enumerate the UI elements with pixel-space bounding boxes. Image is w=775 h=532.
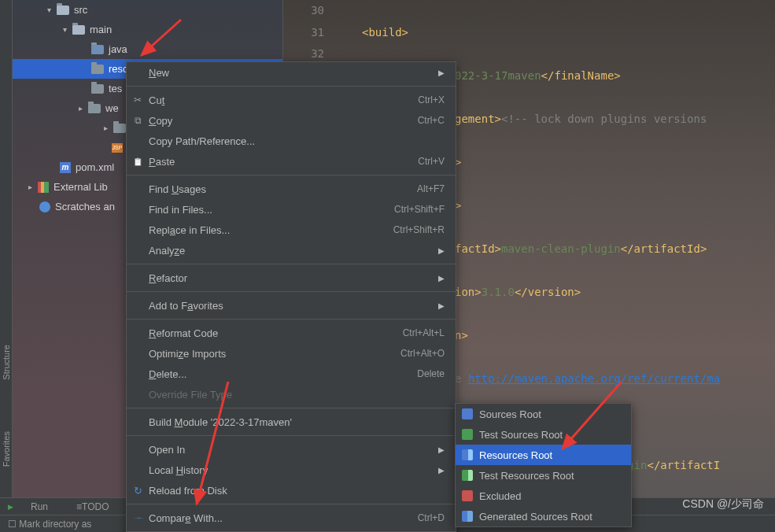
menu-replace-in-files[interactable]: Replace in Files...Ctrl+Shift+R [127,220,456,240]
folder-icon [57,6,69,15]
menu-refactor[interactable]: Refactor▶ [127,268,456,288]
tree-label: java [109,43,127,55]
chevron-right-icon: ▶ [438,445,445,454]
tree-label: main [90,24,112,35]
submenu-resources-root[interactable]: Resources Root [456,445,631,465]
play-icon [8,503,17,511]
tool-window-bar: Structure Favorites [0,0,13,532]
menu-find-usages[interactable]: Find UsagesAlt+F7 [127,179,456,199]
menu-build-module[interactable]: Build Module '2022-3-17maven' [127,412,456,432]
resources-root-icon [462,449,473,460]
tree-label: src [74,4,87,16]
chevron-right-icon: ▶ [438,68,445,77]
reload-icon [131,484,144,497]
chevron-right-icon: ▸ [79,104,88,113]
compare-icon [131,512,144,524]
folder-icon [72,25,85,35]
chevron-right-icon: ▶ [438,246,445,255]
chevron-right-icon: ▶ [438,466,445,475]
folder-icon [88,104,101,113]
folder-icon [91,65,104,74]
chevron-right-icon: ▸ [28,183,38,191]
submenu-sources-root[interactable]: Sources Root [456,404,631,424]
tree-node-java[interactable]: java [13,39,282,59]
excluded-icon [462,490,473,501]
menu-paste[interactable]: PasteCtrl+V [127,151,456,172]
scratches-icon [39,201,50,212]
favorites-tab[interactable]: Favorites [0,425,13,473]
submenu-test-resources-root[interactable]: Test Resources Root [456,465,631,486]
menu-reformat[interactable]: Reformat CodeCtrl+Alt+L [127,323,456,343]
tree-label: we [105,102,119,114]
test-resources-root-icon [462,470,473,481]
menu-open-in[interactable]: Open In▶ [127,439,456,460]
run-tool-window-button[interactable]: Run [8,501,62,512]
menu-find-in-files[interactable]: Find in Files...Ctrl+Shift+F [127,199,456,220]
copy-icon [131,114,144,127]
chevron-down-icon: ▾ [63,25,72,34]
menu-copy-path[interactable]: Copy Path/Reference... [127,131,456,151]
menu-copy[interactable]: CopyCtrl+C [127,110,456,131]
menu-override-file-type: Override File Type [127,384,456,405]
tree-label: tes [109,83,122,94]
menu-local-history[interactable]: Local History▶ [127,460,456,480]
menu-cut[interactable]: CutCtrl+X [127,90,456,110]
menu-delete[interactable]: Delete...Delete [127,364,456,384]
tree-node-main[interactable]: ▾ main [13,20,282,39]
folder-icon [113,124,126,133]
chevron-right-icon: ▶ [438,274,445,283]
menu-reload-from-disk[interactable]: Reload from Disk [127,480,456,501]
sources-root-icon [462,408,473,419]
mark-directory-submenu: Sources Root Test Sources Root Resources… [455,403,632,527]
submenu-test-sources-root[interactable]: Test Sources Root [456,424,631,445]
menu-new[interactable]: New▶ [127,62,456,83]
submenu-excluded[interactable]: Excluded [456,486,631,506]
menu-analyze[interactable]: Analyze▶ [127,240,456,260]
todo-tool-window-button[interactable]: ≡ TODO [76,501,123,512]
menu-compare-with[interactable]: Compare With...Ctrl+D [127,508,456,528]
source-folder-icon [91,45,104,54]
structure-tab[interactable]: Structure [0,338,13,386]
status-message: Mark directory as [19,519,91,530]
scissors-icon [131,94,144,106]
library-icon [38,182,49,193]
chevron-down-icon: ▾ [47,6,57,14]
paste-icon [131,155,144,168]
tree-label: Scratches an [55,201,115,212]
chevron-right-icon: ▶ [438,301,445,310]
tree-label: pom.xml [76,161,114,173]
menu-add-favorites[interactable]: Add to Favorites▶ [127,295,456,316]
maven-icon: m [60,162,71,173]
tree-label: External Lib [54,181,108,193]
test-sources-root-icon [462,429,473,440]
chevron-right-icon: ▸ [104,124,113,132]
submenu-generated-sources[interactable]: Generated Sources Root [456,506,631,526]
jsp-icon: JSP [112,143,123,153]
watermark: CSDN @/少司命 [682,497,764,512]
context-menu: New▶ CutCtrl+X CopyCtrl+C Copy Path/Refe… [126,61,456,532]
menu-optimize-imports[interactable]: Optimize ImportsCtrl+Alt+O [127,343,456,364]
generated-sources-icon [462,511,473,522]
tree-node-src[interactable]: ▾ src [13,0,282,20]
folder-icon [91,84,104,94]
